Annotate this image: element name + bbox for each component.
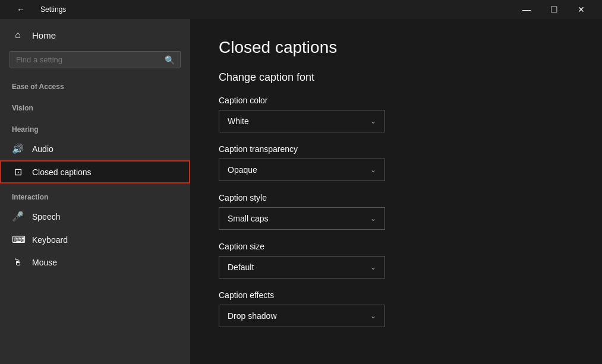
sidebar-home-label: Home — [32, 30, 56, 40]
speech-icon: 🎤 — [12, 211, 24, 222]
title-bar-title: Settings — [40, 5, 66, 14]
sidebar-item-keyboard[interactable]: ⌨ Keyboard — [0, 228, 190, 251]
dropdown-caption-effects-value: Drop shadow — [228, 311, 277, 321]
field-caption-color: Caption color White ⌄ — [219, 96, 573, 132]
minimize-button[interactable]: — — [513, 0, 540, 19]
field-caption-style: Caption style Small caps ⌄ — [219, 193, 573, 230]
label-caption-style: Caption style — [219, 193, 573, 202]
sidebar-item-audio[interactable]: 🔊 Audio — [0, 137, 190, 160]
chevron-down-icon: ⌄ — [370, 263, 376, 271]
title-bar-controls: — ☐ ✕ — [513, 0, 595, 19]
label-caption-effects: Caption effects — [219, 290, 573, 300]
close-button[interactable]: ✕ — [568, 0, 595, 19]
sidebar-item-closed-captions[interactable]: ⊡ Closed captions — [0, 160, 190, 183]
dropdown-caption-size[interactable]: Default ⌄ — [219, 256, 385, 278]
dropdown-caption-color-value: White — [228, 116, 249, 126]
main-layout: ⌂ Home 🔍 Ease of Access Vision Hearing 🔊… — [0, 19, 602, 364]
title-bar-left: ← Settings — [7, 0, 66, 19]
field-caption-size: Caption size Default ⌄ — [219, 242, 573, 278]
maximize-button[interactable]: ☐ — [540, 0, 568, 19]
home-icon: ⌂ — [12, 30, 24, 40]
chevron-down-icon: ⌄ — [370, 166, 376, 174]
sidebar-item-keyboard-label: Keyboard — [32, 235, 68, 245]
sidebar-item-mouse-label: Mouse — [32, 258, 57, 267]
audio-icon: 🔊 — [12, 143, 24, 154]
search-input[interactable] — [10, 51, 181, 68]
title-bar: ← Settings — ☐ ✕ — [0, 0, 602, 19]
field-caption-effects: Caption effects Drop shadow ⌄ — [219, 290, 573, 327]
dropdown-caption-transparency[interactable]: Opaque ⌄ — [219, 159, 385, 181]
sidebar-item-speech-label: Speech — [32, 212, 60, 221]
section-interaction: Interaction — [0, 183, 190, 205]
sidebar-item-audio-label: Audio — [32, 144, 53, 154]
section-ease-of-access: Ease of Access — [0, 73, 190, 94]
section-hearing: Hearing — [0, 116, 190, 137]
chevron-down-icon: ⌄ — [370, 214, 376, 223]
search-icon: 🔍 — [165, 55, 175, 65]
sidebar-item-mouse[interactable]: 🖱 Mouse — [0, 251, 190, 274]
sidebar-item-speech[interactable]: 🎤 Speech — [0, 205, 190, 228]
section-vision: Vision — [0, 94, 190, 116]
label-caption-size: Caption size — [219, 242, 573, 251]
sidebar: ⌂ Home 🔍 Ease of Access Vision Hearing 🔊… — [0, 19, 190, 364]
dropdown-caption-style-value: Small caps — [228, 214, 268, 223]
mouse-icon: 🖱 — [12, 257, 24, 268]
closed-captions-icon: ⊡ — [12, 166, 24, 178]
chevron-down-icon: ⌄ — [370, 312, 376, 320]
dropdown-caption-transparency-value: Opaque — [228, 165, 257, 175]
keyboard-icon: ⌨ — [12, 234, 24, 245]
field-caption-transparency: Caption transparency Opaque ⌄ — [219, 144, 573, 181]
chevron-down-icon: ⌄ — [370, 117, 376, 125]
label-caption-transparency: Caption transparency — [219, 144, 573, 154]
content-area: Closed captions Change caption font Capt… — [190, 19, 602, 364]
sidebar-item-home[interactable]: ⌂ Home — [0, 24, 190, 46]
sidebar-item-closed-captions-label: Closed captions — [32, 167, 92, 177]
dropdown-caption-size-value: Default — [228, 262, 254, 272]
page-title: Closed captions — [219, 38, 573, 57]
search-container: 🔍 — [0, 46, 190, 73]
dropdown-caption-color[interactable]: White ⌄ — [219, 110, 385, 132]
label-caption-color: Caption color — [219, 96, 573, 105]
dropdown-caption-style[interactable]: Small caps ⌄ — [219, 207, 385, 230]
back-button[interactable]: ← — [7, 0, 34, 19]
section-subtitle: Change caption font — [219, 71, 573, 84]
dropdown-caption-effects[interactable]: Drop shadow ⌄ — [219, 305, 385, 327]
